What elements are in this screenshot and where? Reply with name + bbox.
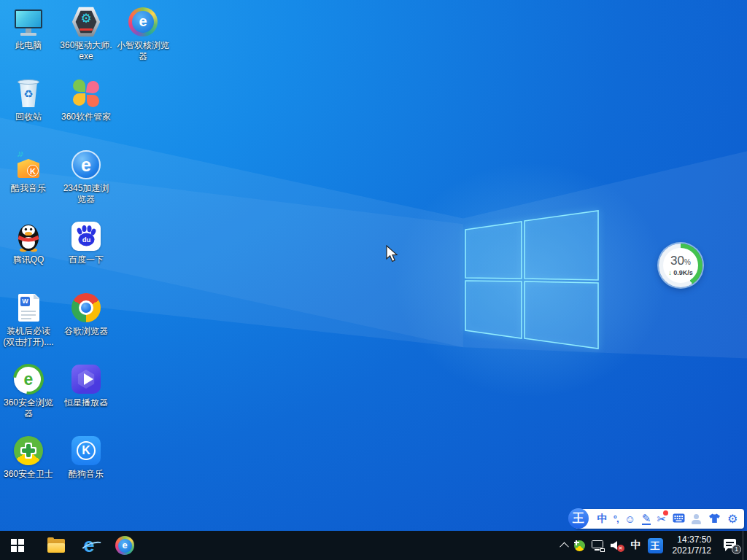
recycle-bin-icon: ♻ xyxy=(12,77,44,109)
360-software-manager-icon xyxy=(70,77,102,109)
ime-toolbar: 王 中 °, ☺ ✎ ✂ ⚙ xyxy=(575,509,744,529)
volume-muted-icon: ✕ xyxy=(611,540,624,551)
2345-browser-icon: e xyxy=(70,149,102,181)
desktop-icon-label: 此电脑 xyxy=(15,40,42,51)
ime-wang-icon: 王 xyxy=(648,538,663,553)
ime-logo-icon[interactable]: 王 xyxy=(568,508,589,529)
ethernet-network-icon xyxy=(592,540,604,551)
desktop-icon-label: 腾讯QQ xyxy=(13,254,44,265)
desktop-icon-label: 360安全浏览器 xyxy=(1,397,55,419)
desktop-icon-label: 百度一下 xyxy=(69,254,104,265)
desktop-icon-360-security-guard[interactable]: 360安全卫士 xyxy=(0,435,57,480)
chevron-up-icon xyxy=(560,542,569,551)
taskbar-file-explorer[interactable] xyxy=(39,531,74,560)
windows-start-icon xyxy=(11,539,24,552)
tray-clock[interactable]: 14:37:50 2021/7/12 xyxy=(673,534,711,556)
desktop-icon-label: 回收站 xyxy=(15,112,42,122)
desktop-icon-xiaozhi-browser[interactable]: e 小智双核浏览器 xyxy=(115,6,171,62)
ime-emoji-icon[interactable]: ☺ xyxy=(624,513,635,524)
tray-volume[interactable]: ✕ xyxy=(611,540,624,551)
readme-document-icon: W xyxy=(12,292,44,324)
file-explorer-icon xyxy=(47,539,65,553)
desktop-icon-tencent-qq[interactable]: 腾讯QQ xyxy=(0,220,57,265)
desktop-icon-google-chrome[interactable]: 谷歌浏览器 xyxy=(58,292,115,337)
tencent-qq-icon xyxy=(12,220,44,252)
taskbar-xiaozhi-browser[interactable]: e xyxy=(107,531,142,560)
desktop-icon-kugou-music[interactable]: K 酷狗音乐 xyxy=(58,435,115,480)
show-desktop-button[interactable] xyxy=(743,531,747,560)
ime-settings-icon[interactable]: ⚙ xyxy=(727,513,738,524)
xiaozhi-browser-icon: e xyxy=(115,536,134,555)
star-player-icon xyxy=(70,363,102,395)
desktop-icon-label: 2345加速浏览器 xyxy=(59,183,113,205)
360-guard-icon xyxy=(574,540,585,551)
red-dot-badge xyxy=(663,510,668,516)
tray-show-hidden-icons[interactable] xyxy=(561,542,568,549)
xiaozhi-browser-icon: e xyxy=(127,6,159,38)
ime-punctuation-icon[interactable]: °, xyxy=(614,513,619,524)
action-center-button[interactable]: 1 xyxy=(724,538,740,553)
desktop-icon-label: 谷歌浏览器 xyxy=(64,326,108,337)
desktop-icon-recycle-bin[interactable]: ♻ 回收站 xyxy=(0,77,57,122)
taskbar-browser-e[interactable]: e xyxy=(71,531,107,560)
360-driver-master-icon: ⚙ xyxy=(70,6,102,38)
desktop-icon-this-pc[interactable]: 此电脑 xyxy=(0,6,57,51)
system-tray: ✕ 中 王 14:37:50 2021/7/12 1 xyxy=(561,531,747,560)
ime-chinese-mode-icon[interactable]: 中 xyxy=(597,513,607,524)
download-arrow-icon: ↓ xyxy=(668,269,672,276)
taskbar: e e ✕ 中 王 14:37:50 2021/7/12 1 xyxy=(0,531,747,560)
tray-network[interactable] xyxy=(592,540,604,551)
google-chrome-icon xyxy=(70,292,102,324)
desktop-icon-label: 装机后必读(双击打开).... xyxy=(1,326,55,348)
desktop-icon-label: 360驱动大师.exe xyxy=(59,40,113,62)
desktop-icon-label: 酷我音乐 xyxy=(11,183,46,194)
360-safe-browser-icon: e xyxy=(12,363,44,395)
widget-inner: 30% ↓ 0.9K/s xyxy=(663,248,698,283)
desktop-icon-baidu-search[interactable]: du 百度一下 xyxy=(58,220,115,265)
network-speed: ↓ 0.9K/s xyxy=(668,269,693,277)
tray-ime-badge[interactable]: 王 xyxy=(648,538,663,553)
baidu-search-icon: du xyxy=(70,220,102,252)
desktop-icon-kuwo-music[interactable]: ♪♪K 酷我音乐 xyxy=(0,149,57,194)
desktop-icon-label: 恒星播放器 xyxy=(64,397,108,408)
desktop-icon-360-driver-master[interactable]: ⚙ 360驱动大师.exe xyxy=(58,6,115,62)
notification-count-badge: 1 xyxy=(732,545,741,554)
desktop-icon-readme-document[interactable]: W 装机后必读(双击打开).... xyxy=(0,292,57,348)
notification-icon: 1 xyxy=(724,538,740,553)
network-speed-widget[interactable]: 30% ↓ 0.9K/s xyxy=(659,244,703,287)
desktop-icon-star-player[interactable]: 恒星播放器 xyxy=(58,363,115,408)
windows-logo xyxy=(460,206,605,359)
clock-date: 2021/7/12 xyxy=(673,545,711,556)
start-button[interactable] xyxy=(0,531,35,560)
desktop-icon-360-software-manager[interactable]: 360软件管家 xyxy=(58,77,115,122)
svg-text:du: du xyxy=(82,236,91,244)
desktop-icon-2345-browser[interactable]: e 2345加速浏览器 xyxy=(58,149,115,205)
ime-virtual-keyboard-icon[interactable] xyxy=(673,513,685,524)
kugou-music-icon: K xyxy=(70,435,102,467)
desktop-icon-label: 酷狗音乐 xyxy=(69,469,104,480)
desktop: 此电脑 ♻ 回收站 ♪♪K 酷我音乐 腾讯QQ xyxy=(0,0,747,560)
this-pc-icon xyxy=(12,6,44,38)
desktop-icon-360-safe-browser[interactable]: e 360安全浏览器 xyxy=(0,363,57,419)
ime-account-icon[interactable] xyxy=(691,514,701,524)
tray-360-guard[interactable] xyxy=(574,540,585,551)
e-browser-icon: e xyxy=(83,536,94,556)
desktop-icon-label: 360安全卫士 xyxy=(4,469,53,480)
kuwo-music-icon: ♪♪K xyxy=(12,149,44,181)
360-security-guard-icon xyxy=(12,435,44,467)
ime-screenshot-icon[interactable]: ✂ xyxy=(657,513,667,524)
ime-skin-icon[interactable] xyxy=(708,513,721,525)
memory-percent: 30% xyxy=(670,254,691,269)
tray-language-indicator[interactable]: 中 xyxy=(631,539,641,552)
desktop-icon-label: 小智双核浏览器 xyxy=(116,40,170,62)
desktop-icon-label: 360软件管家 xyxy=(61,112,111,122)
ime-handwriting-icon[interactable]: ✎ xyxy=(642,513,651,525)
clock-time: 14:37:50 xyxy=(673,534,711,545)
